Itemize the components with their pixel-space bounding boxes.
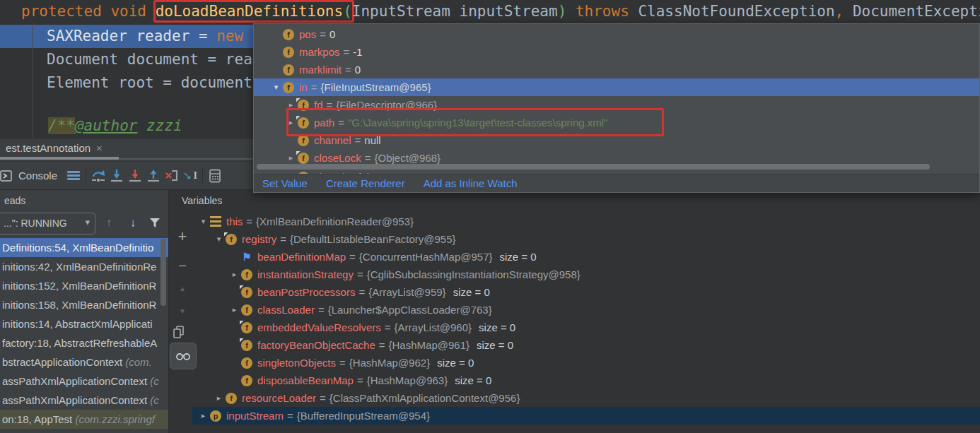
popup-row[interactable]: f markpos=-1: [254, 43, 979, 61]
step-over-icon[interactable]: [89, 167, 107, 185]
field-icon: f: [298, 153, 309, 164]
panel-divider: [168, 189, 169, 433]
field-icon: f: [241, 269, 252, 280]
debug-tab-bar: est.testAnnotation×: [0, 138, 253, 161]
tab-test-annotation[interactable]: est.testAnnotation×: [6, 138, 103, 158]
thread-selector-dropdown[interactable]: ...": RUNNING: [0, 213, 95, 235]
frame-row[interactable]: ativeMethodAccessorImpl (sun: [0, 429, 168, 433]
debugger-toolbar: Console: [0, 161, 253, 189]
expand-icon[interactable]: [284, 100, 298, 109]
gutter-separator: [32, 23, 33, 138]
collapse-icon[interactable]: [269, 83, 283, 92]
popup-field-list[interactable]: f pos=0 f markpos=-1 f marklimit=0 f in=…: [254, 25, 979, 167]
frame-row[interactable]: assPathXmlApplicationContext (c: [0, 391, 168, 410]
collapse-icon[interactable]: [197, 217, 210, 226]
frame-row[interactable]: initions:42, XmlBeanDefinitionRe: [0, 257, 168, 276]
popup-row[interactable]: f fd={FileDescriptor@966}: [254, 96, 979, 114]
expand-icon[interactable]: [228, 305, 241, 314]
step-into-icon[interactable]: [107, 167, 126, 185]
field-icon: f: [241, 357, 252, 369]
field-icon: f: [283, 47, 294, 58]
variable-row[interactable]: f embeddedValueResolvers={ArrayList@960}…: [192, 319, 980, 336]
add-watch-icon[interactable]: +: [171, 228, 194, 247]
create-renderer-link[interactable]: Create Renderer: [326, 177, 405, 189]
variable-row[interactable]: f factoryBeanObjectCache={HashMap@961}si…: [192, 336, 980, 354]
variable-row[interactable]: this={XmlBeanDefinitionReader@953}: [192, 213, 980, 230]
parameter-icon: p: [210, 410, 221, 422]
frame-row[interactable]: factory:18, AbstractRefreshableA: [0, 333, 168, 352]
run-to-cursor-icon[interactable]: [181, 167, 199, 185]
variable-row[interactable]: f beanPostProcessors={ArrayList@959}size…: [192, 283, 980, 301]
tab-close-icon[interactable]: ×: [96, 142, 103, 154]
this-icon: [210, 216, 221, 227]
move-watch-down-icon[interactable]: ▼: [171, 303, 194, 321]
frame-row[interactable]: assPathXmlApplicationContext (c: [0, 372, 168, 391]
duplicate-watch-icon[interactable]: [171, 324, 194, 343]
field-icon: f: [283, 82, 294, 93]
frame-row[interactable]: on:18, AppTest (com.zzzi.springf: [0, 410, 168, 429]
variables-panel: Variables + − ▲ ▼ this={XmlBeanDefinitio…: [169, 189, 980, 433]
field-icon: f: [283, 29, 294, 40]
variable-row[interactable]: f registry={DefaultListableBeanFactory@9…: [192, 230, 980, 248]
variable-row[interactable]: f instantiationStrategy={CglibSubclassin…: [192, 266, 980, 283]
field-icon: f: [241, 340, 252, 351]
field-icon: f: [241, 287, 252, 298]
code-line-element: Element root = document.: [47, 71, 261, 95]
code-line-comment: /**@author zzzi: [48, 114, 182, 138]
variable-row[interactable]: f classLoader={Launcher$AppClassLoader@7…: [192, 301, 980, 319]
field-icon: f: [283, 64, 294, 76]
frames-list[interactable]: Definitions:54, XmlBeanDefinitio inition…: [0, 238, 168, 433]
frame-row[interactable]: initions:152, XmlBeanDefinitionR: [0, 276, 168, 295]
expand-icon[interactable]: [284, 153, 298, 162]
variables-panel-header: Variables: [182, 195, 222, 206]
variable-row[interactable]: f disposableBeanMap={HashMap@963}size = …: [192, 372, 980, 389]
code-line-document: Document document = read: [47, 48, 261, 71]
popup-action-links: Set Value Create Renderer Add as Inline …: [254, 174, 979, 192]
popup-row[interactable]: f pos=0: [254, 25, 979, 43]
frame-row[interactable]: initions:14, AbstractXmlApplicati: [0, 314, 168, 333]
debugger-window: protected void doLoadBeanDefinitions(Inp…: [0, 0, 980, 433]
expand-icon[interactable]: [212, 393, 226, 403]
console-icon[interactable]: [0, 167, 16, 185]
console-label[interactable]: Console: [18, 170, 57, 182]
frame-row[interactable]: Definitions:54, XmlBeanDefinitio: [0, 238, 168, 257]
move-down-icon[interactable]: ↓: [124, 213, 141, 233]
expand-icon[interactable]: [228, 270, 241, 279]
move-up-icon[interactable]: ↑: [100, 213, 117, 233]
field-icon: f: [226, 393, 237, 404]
collapse-icon[interactable]: [212, 235, 226, 244]
expand-icon[interactable]: [284, 118, 298, 127]
add-inline-watch-link[interactable]: Add as Inline Watch: [424, 177, 518, 189]
evaluate-expression-icon[interactable]: [206, 167, 224, 185]
expand-icon[interactable]: [197, 411, 210, 420]
threads-panel-header: eads: [4, 195, 25, 206]
move-watch-up-icon[interactable]: ▲: [171, 280, 194, 299]
variables-tree[interactable]: this={XmlBeanDefinitionReader@953} f reg…: [192, 213, 980, 425]
layout-menu-icon[interactable]: [64, 167, 83, 185]
field-icon: f: [226, 234, 237, 245]
frame-row[interactable]: initions:158, XmlBeanDefinitionR: [0, 295, 168, 314]
active-tab-indicator: [0, 157, 119, 160]
remove-watch-icon[interactable]: −: [171, 258, 194, 276]
popup-row[interactable]: f path="G:\Java\spring\spring13\target\t…: [254, 114, 979, 131]
code-line-signature: protected void doLoadBeanDefinitions(Inp…: [21, 0, 980, 23]
force-step-into-icon[interactable]: [126, 167, 144, 185]
field-icon: f: [298, 100, 309, 111]
frame-row[interactable]: bstractApplicationContext (com.: [0, 352, 168, 372]
field-icon: f: [298, 117, 309, 129]
variable-row[interactable]: f singletonObjects={HashMap@962}size = 0: [192, 354, 980, 372]
popup-horizontal-scrollbar[interactable]: [257, 164, 930, 170]
hamburger-icon: [67, 171, 80, 181]
popup-row[interactable]: f channel=null: [254, 131, 979, 149]
frames-scrollbar[interactable]: [161, 239, 166, 306]
popup-row[interactable]: f marklimit=0: [254, 61, 979, 78]
variable-row[interactable]: beanDefinitionMap={ConcurrentHashMap@957…: [192, 248, 980, 266]
set-value-link[interactable]: Set Value: [262, 177, 308, 189]
popup-row[interactable]: f in={FileInputStream@965}: [254, 78, 979, 96]
step-out-icon[interactable]: [144, 167, 163, 185]
variable-row[interactable]: f resourceLoader={ClassPathXmlApplicatio…: [192, 389, 980, 407]
drop-frame-icon[interactable]: [163, 167, 181, 185]
variable-row[interactable]: p inputStream={BufferedInputStream@954}: [192, 407, 980, 425]
filter-icon[interactable]: [147, 213, 164, 233]
frames-panel: eads ...": RUNNING ↑ ↓ Definitions:54, X…: [0, 189, 168, 433]
